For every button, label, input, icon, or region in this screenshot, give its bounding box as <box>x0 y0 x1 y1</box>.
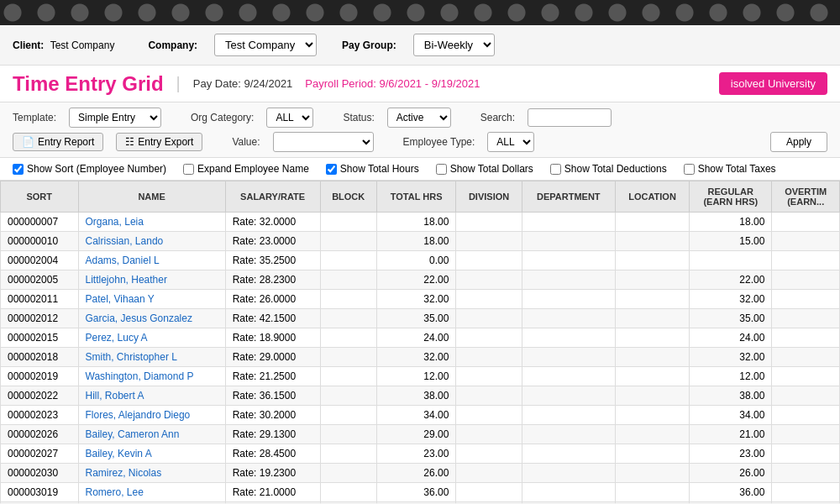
table-row[interactable]: 000002026Bailey, Cameron AnnRate: 29.130… <box>1 425 840 444</box>
grid-icon: ☷ <box>125 136 134 148</box>
page-header: Time Entry Grid | Pay Date: 9/24/2021 Pa… <box>0 66 840 102</box>
table-row[interactable]: 000002027Bailey, Kevin ARate: 28.450023.… <box>1 444 840 464</box>
template-label: Template: <box>13 112 56 123</box>
show-total-dollars-checkbox[interactable] <box>436 164 447 175</box>
client-label: Client: Test Company <box>13 39 114 51</box>
template-select[interactable]: Simple Entry Detailed Entry <box>69 108 161 128</box>
table-row[interactable]: 000003019Romero, LeeRate: 21.000036.0036… <box>1 483 840 502</box>
client-bar: Client: Test Company Company: Test Compa… <box>0 25 840 66</box>
expand-employee-checkbox-label[interactable]: Expand Employee Name <box>183 163 309 175</box>
table-row[interactable]: 000002004Adams, Daniel LRate: 35.25000.0… <box>1 251 840 270</box>
expand-employee-checkbox[interactable] <box>183 164 194 175</box>
status-label: Status: <box>343 112 374 123</box>
toolbar: Template: Simple Entry Detailed Entry Or… <box>0 102 840 158</box>
show-total-hours-checkbox-label[interactable]: Show Total Hours <box>326 163 419 175</box>
table-body: 000000007Organa, LeiaRate: 32.000018.001… <box>1 213 840 504</box>
show-sort-checkbox[interactable] <box>13 164 24 175</box>
show-total-deductions-checkbox-label[interactable]: Show Total Deductions <box>550 163 667 175</box>
table-row[interactable]: 000002019Washington, Diamond PRate: 21.2… <box>1 367 840 386</box>
col-salary-rate: SALARY/RATE <box>225 181 320 213</box>
time-entry-table: SORT NAME SALARY/RATE BLOCK TOTAL HRS DI… <box>0 181 840 503</box>
col-block: BLOCK <box>320 181 376 213</box>
document-icon: 📄 <box>22 136 34 148</box>
table-row[interactable]: 000003020Brewer, GloriaRate: 22.000018.0… <box>1 502 840 504</box>
table-row[interactable]: 000000007Organa, LeiaRate: 32.000018.001… <box>1 213 840 232</box>
col-sort: SORT <box>1 181 79 213</box>
checkboxes-row: Show Sort (Employee Number) Expand Emplo… <box>0 158 840 181</box>
payroll-period: Payroll Period: 9/6/2021 - 9/19/2021 <box>305 77 480 90</box>
show-total-taxes-checkbox[interactable] <box>684 164 695 175</box>
show-total-taxes-checkbox-label[interactable]: Show Total Taxes <box>684 163 776 175</box>
show-total-dollars-checkbox-label[interactable]: Show Total Dollars <box>436 163 533 175</box>
search-input[interactable] <box>528 108 612 127</box>
apply-button[interactable]: Apply <box>770 132 827 152</box>
header-divider: | <box>176 74 181 93</box>
table-row[interactable]: 000002012Garcia, Jesus GonzalezRate: 42.… <box>1 309 840 328</box>
col-name: NAME <box>78 181 225 213</box>
table-row[interactable]: 000002005Littlejohn, HeatherRate: 28.230… <box>1 270 840 290</box>
client-name: Test Company <box>50 39 115 51</box>
entry-export-button[interactable]: ☷ Entry Export <box>116 133 202 151</box>
table-header-row: SORT NAME SALARY/RATE BLOCK TOTAL HRS DI… <box>1 181 840 213</box>
table-row[interactable]: 000002018Smith, Christopher LRate: 29.00… <box>1 348 840 367</box>
col-total-hrs: TOTAL HRS <box>376 181 456 213</box>
org-category-label: Org Category: <box>191 112 254 123</box>
pay-group-select[interactable]: Bi-Weekly Weekly Monthly <box>413 34 495 56</box>
value-label: Value: <box>232 136 260 148</box>
show-total-hours-checkbox[interactable] <box>326 164 337 175</box>
show-sort-checkbox-label[interactable]: Show Sort (Employee Number) <box>13 163 166 175</box>
table-row[interactable]: 000000010Calrissian, LandoRate: 23.00001… <box>1 232 840 251</box>
pay-date: Pay Date: 9/24/2021 <box>193 77 293 90</box>
table-row[interactable]: 000002011Patel, Vihaan YRate: 26.000032.… <box>1 290 840 309</box>
isolved-university-button[interactable]: isolved University <box>719 72 827 95</box>
col-location: LOCATION <box>615 181 689 213</box>
col-regular: REGULAR(EARN HRS) <box>690 181 772 213</box>
col-division: DIVISION <box>456 181 522 213</box>
table-row[interactable]: 000002022Hill, Robert ARate: 36.150038.0… <box>1 386 840 406</box>
table-row[interactable]: 000002030Ramirez, NicolasRate: 19.230026… <box>1 464 840 483</box>
company-label: Company: <box>148 39 197 51</box>
employee-type-select[interactable]: ALL <box>487 132 534 152</box>
company-select[interactable]: Test Company <box>214 34 317 56</box>
employee-type-label: Employee Type: <box>403 136 475 148</box>
table-row[interactable]: 000002023Flores, Alejandro DiegoRate: 30… <box>1 406 840 425</box>
table-row[interactable]: 000002015Perez, Lucy ARate: 18.900024.00… <box>1 328 840 348</box>
org-category-select[interactable]: ALL <box>266 108 313 128</box>
show-total-deductions-checkbox[interactable] <box>550 164 561 175</box>
entry-report-button[interactable]: 📄 Entry Report <box>13 133 103 151</box>
col-overtime: OVERTIM(EARN... <box>772 181 840 213</box>
col-department: DEPARTMENT <box>522 181 615 213</box>
page-title: Time Entry Grid <box>13 72 164 96</box>
pay-group-label: Pay Group: <box>342 39 396 51</box>
search-label: Search: <box>480 112 515 123</box>
status-select[interactable]: Active Inactive ALL <box>387 108 451 128</box>
top-bar <box>0 0 840 25</box>
value-select[interactable] <box>273 132 374 152</box>
table-container[interactable]: SORT NAME SALARY/RATE BLOCK TOTAL HRS DI… <box>0 181 840 503</box>
